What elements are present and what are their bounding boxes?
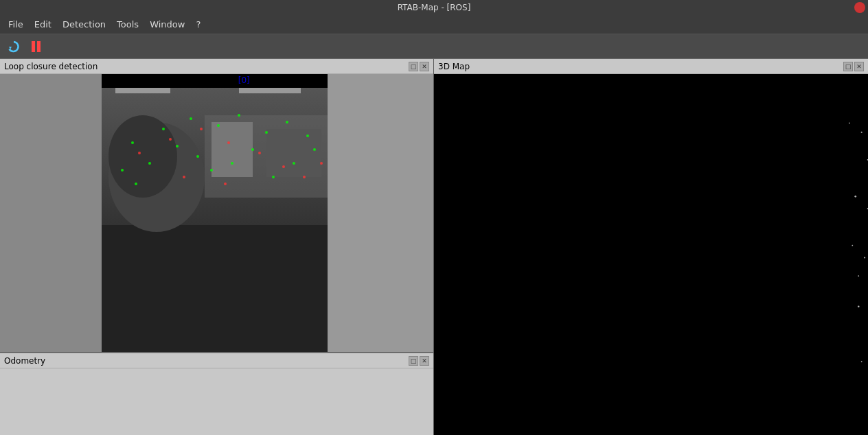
svg-point-11 (162, 128, 165, 130)
svg-point-10 (131, 141, 134, 144)
svg-point-13 (217, 124, 220, 127)
svg-point-18 (313, 148, 316, 151)
pause-icon (32, 41, 41, 52)
camera-center-svg (102, 88, 328, 352)
svg-point-15 (265, 131, 268, 134)
lcd-panel: Loop closure detection □ ✕ New ID = 58 [… (0, 59, 433, 353)
svg-point-133 (858, 305, 860, 307)
menu-detection[interactable]: Detection (57, 18, 111, 31)
map-title: 3D Map (438, 62, 470, 71)
svg-rect-39 (328, 74, 433, 352)
menu-window[interactable]: Window (144, 18, 190, 31)
camera-left-svg (0, 74, 102, 352)
map-header: 3D Map □ ✕ (434, 59, 868, 74)
svg-point-34 (282, 165, 285, 168)
svg-point-25 (176, 145, 179, 148)
svg-point-12 (190, 117, 192, 120)
menu-help[interactable]: ? (190, 18, 206, 31)
svg-point-72 (854, 196, 856, 198)
menu-tools[interactable]: Tools (111, 18, 144, 31)
svg-point-38 (183, 176, 185, 178)
svg-point-229 (858, 275, 859, 277)
titlebar-title: RTAB-Map - [ROS] (398, 3, 471, 12)
refresh-icon (7, 40, 21, 54)
svg-point-35 (303, 176, 306, 178)
odometry-controls: □ ✕ (409, 356, 429, 366)
svg-point-14 (238, 114, 240, 117)
camera-right-svg (328, 74, 433, 352)
svg-point-26 (148, 162, 151, 165)
map-content (434, 74, 868, 435)
lcd-close-button[interactable]: ✕ (420, 62, 429, 71)
close-button[interactable] (854, 2, 865, 13)
svg-point-32 (227, 141, 230, 144)
odometry-header: Odometry □ ✕ (0, 353, 433, 368)
map-restore-button[interactable]: □ (843, 62, 853, 71)
odometry-panel: Odometry □ ✕ (0, 353, 433, 435)
svg-rect-3 (115, 88, 170, 93)
svg-point-29 (138, 152, 141, 154)
svg-rect-8 (212, 122, 253, 177)
svg-point-16 (286, 121, 288, 124)
main-area: Loop closure detection □ ✕ New ID = 58 [… (0, 59, 868, 435)
svg-point-103 (864, 257, 865, 258)
svg-point-41 (849, 122, 850, 124)
right-panel: 3D Map □ ✕ (434, 59, 868, 435)
odometry-restore-button[interactable]: □ (409, 356, 418, 366)
menu-file[interactable]: File (3, 18, 29, 31)
titlebar: RTAB-Map - [ROS] (0, 0, 868, 15)
lcd-header: Loop closure detection □ ✕ (0, 59, 433, 74)
svg-point-37 (224, 183, 227, 185)
new-id-bracket: [0] (238, 75, 250, 85)
menubar: File Edit Detection Tools Window ? (0, 15, 868, 34)
svg-marker-0 (9, 47, 12, 49)
svg-point-162 (861, 361, 863, 362)
svg-point-28 (121, 169, 124, 172)
svg-point-17 (306, 134, 309, 137)
odometry-close-button[interactable]: ✕ (420, 356, 429, 366)
svg-point-24 (196, 155, 199, 158)
menu-edit[interactable]: Edit (29, 18, 57, 31)
svg-point-30 (169, 138, 172, 141)
refresh-button[interactable] (4, 37, 23, 56)
camera-center-view (102, 88, 328, 352)
svg-point-102 (852, 245, 853, 246)
svg-rect-1 (0, 74, 102, 352)
lcd-content: New ID = 58 [0] (0, 74, 433, 352)
svg-point-42 (861, 132, 863, 133)
svg-point-6 (108, 115, 177, 198)
lcd-title: Loop closure detection (4, 62, 98, 71)
new-id-label: New ID = 58 [0] (183, 75, 250, 85)
svg-point-22 (231, 162, 233, 165)
svg-point-27 (135, 183, 137, 185)
map-close-button[interactable]: ✕ (854, 62, 864, 71)
odometry-title: Odometry (4, 356, 45, 366)
map-controls: □ ✕ (843, 62, 864, 71)
svg-point-31 (200, 128, 203, 130)
left-panel: Loop closure detection □ ✕ New ID = 58 [… (0, 59, 434, 435)
svg-point-36 (320, 162, 323, 165)
pause-button[interactable] (26, 37, 45, 56)
point-cloud-svg (434, 74, 868, 435)
lcd-restore-button[interactable]: □ (409, 62, 418, 71)
svg-point-19 (293, 162, 295, 165)
odometry-content (0, 368, 433, 435)
lcd-controls: □ ✕ (409, 62, 429, 71)
camera-left-view (0, 74, 102, 352)
svg-point-21 (251, 148, 254, 151)
svg-point-20 (272, 176, 275, 178)
svg-point-23 (210, 169, 213, 172)
camera-right-view (328, 74, 433, 352)
svg-rect-9 (266, 129, 321, 177)
svg-point-33 (258, 152, 261, 154)
svg-rect-40 (457, 74, 844, 435)
svg-rect-4 (239, 88, 301, 93)
toolbar (0, 34, 868, 59)
